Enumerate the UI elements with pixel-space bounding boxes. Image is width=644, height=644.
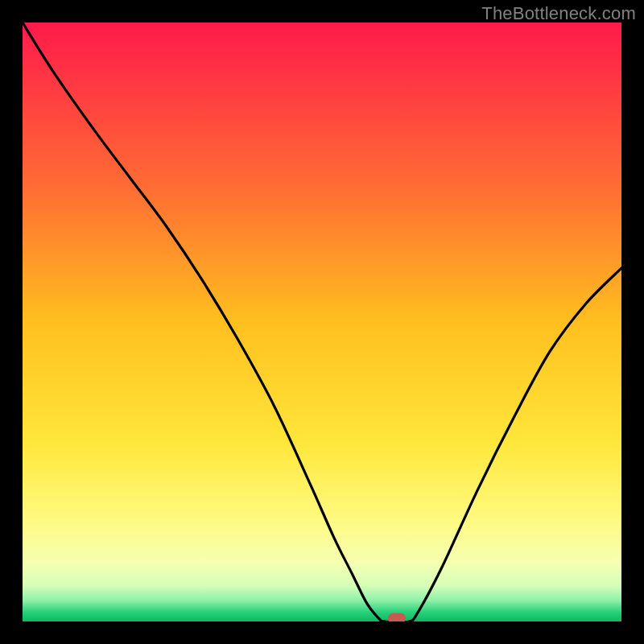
chart-plot-area (23, 23, 621, 621)
optimal-marker (388, 613, 406, 621)
watermark-text: TheBottleneck.com (481, 3, 636, 24)
chart-background-gradient (23, 23, 621, 621)
chart-svg (23, 23, 621, 621)
outer-frame: TheBottleneck.com (0, 0, 644, 644)
